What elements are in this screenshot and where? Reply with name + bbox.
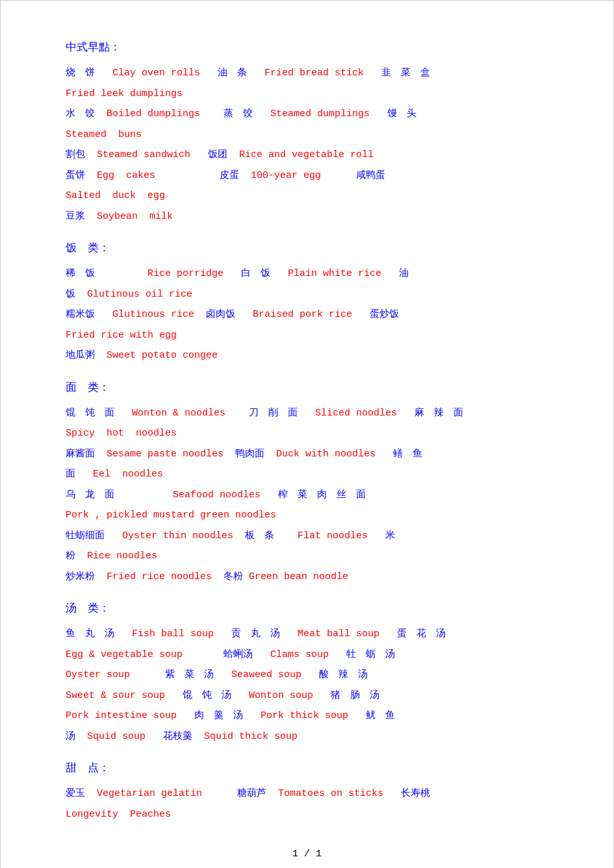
rice-header: 饭 类： [66,240,548,255]
rice-line-5: 地瓜粥 Sweet potato congee [66,347,548,364]
soup-section: 汤 类： 鱼 丸 汤 Fish ball soup 贡 丸 汤 Meat bal… [66,601,548,745]
breakfast-line-5: 割包 Steamed sandwich 饭团 Rice and vegetabl… [66,147,548,164]
dessert-header: 甜 点： [66,760,548,775]
dessert-line-2: Longevity Peaches [66,806,548,823]
noodles-line-4: 面 Eel noodles [66,466,548,483]
soup-line-3: Oyster soup 紫 菜 汤 Seaweed soup 酸 辣 汤 [66,667,548,684]
breakfast-header: 中式早點： [66,40,548,55]
page-footer: 1 / 1 [66,849,548,860]
soup-line-2: Egg & vegetable soup 蛤蜊汤 Clams soup 牡 蛎 … [66,647,548,663]
noodles-line-7: 牡蛎细面 Oyster thin noodles 板 条 Flat noodle… [66,528,548,545]
breakfast-line-2: Fried leek dumplings [66,86,548,103]
breakfast-section: 中式早點： 烧 饼 Clay oven rolls 油 条 Fried brea… [66,40,548,225]
breakfast-line-8: 豆浆 Soybean milk [66,208,548,225]
noodles-section: 面 类： 馄 饨 面 Wonton & noodles 刀 削 面 Sliced… [66,380,548,586]
noodles-line-8: 粉 Rice noodles [66,548,548,565]
noodles-line-3: 麻酱面 Sesame paste noodles 鸭肉面 Duck with n… [66,446,548,463]
rice-header-zh: 饭 类： [66,242,110,254]
breakfast-line-4: Steamed buns [66,127,548,143]
rice-line-4: Fried rice with egg [66,327,548,344]
soup-line-5: Pork intestine soup 肉 羹 汤 Pork thick sou… [66,708,548,725]
rice-section: 饭 类： 稀 饭 Rice porridge 白 饭 Plain white r… [66,240,548,364]
noodles-line-6: Pork , pickled mustard green noodles [66,507,548,524]
rice-line-1: 稀 饭 Rice porridge 白 饭 Plain white rice 油 [66,266,548,282]
soup-line-1: 鱼 丸 汤 Fish ball soup 贡 丸 汤 Meat ball sou… [66,626,548,643]
noodles-line-2: Spicy hot noodles [66,425,548,442]
page-container: 中式早點： 烧 饼 Clay oven rolls 油 条 Fried brea… [0,0,614,868]
rice-line-2: 饭 Glutinous oil rice [66,286,548,303]
noodles-line-1: 馄 饨 面 Wonton & noodles 刀 削 面 Sliced nood… [66,405,548,422]
dessert-line-1: 爱玉 Vegetarian gelatin 糖葫芦 Tomatoes on st… [66,786,548,802]
dessert-section: 甜 点： 爱玉 Vegetarian gelatin 糖葫芦 Tomatoes … [66,760,548,823]
noodles-header-zh: 面 类： [66,382,110,394]
page-number: 1 / 1 [292,849,322,860]
rice-line-3: 糯米饭 Glutinous rice 卤肉饭 Braised pork rice… [66,306,548,323]
soup-header-zh: 汤 类： [66,602,110,615]
soup-line-6: 汤 Squid soup 花枝羹 Squid thick soup [66,728,548,745]
dessert-header-zh: 甜 点： [66,762,110,775]
breakfast-line-6: 蛋饼 Egg cakes 皮蛋 100-year egg 咸鸭蛋 [66,167,548,184]
noodles-line-5: 乌 龙 面 Seafood noodles 榨 菜 肉 丝 面 [66,487,548,504]
breakfast-line-3: 水 饺 Boiled dumplings 蒸 饺 Steamed dumplin… [66,106,548,123]
breakfast-line-1: 烧 饼 Clay oven rolls 油 条 Fried bread stic… [66,65,548,82]
noodles-header: 面 类： [66,380,548,395]
soup-header: 汤 类： [66,601,548,615]
breakfast-header-zh: 中式早點： [66,42,121,54]
breakfast-line-7: Salted duck egg [66,188,548,205]
soup-line-4: Sweet & sour soup 馄 饨 汤 Wonton soup 猪 肠 … [66,688,548,704]
noodles-line-9: 炒米粉 Fried rice noodles 冬粉 Green bean noo… [66,569,548,586]
